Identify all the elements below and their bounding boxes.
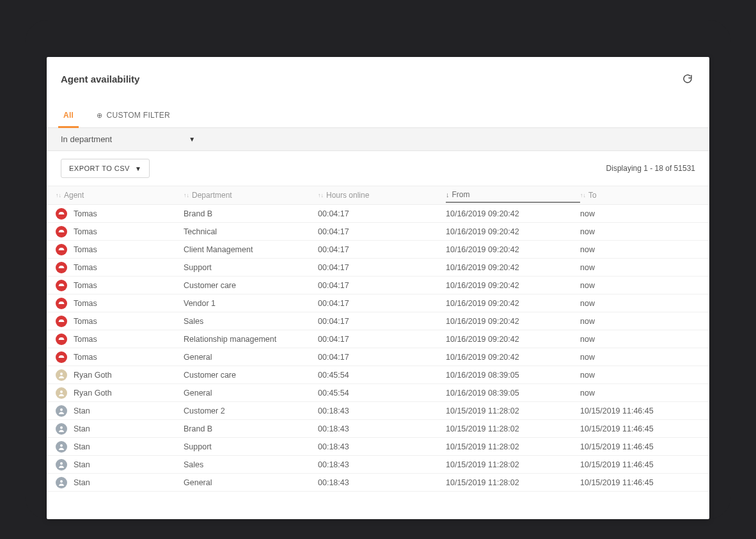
col-from[interactable]: ↓From	[446, 190, 580, 203]
agent-name: Tomas	[74, 281, 97, 290]
table-row[interactable]: StanCustomer 200:18:4310/15/2019 11:28:0…	[47, 402, 709, 420]
agent-name: Tomas	[74, 245, 97, 254]
avatar	[56, 423, 67, 435]
avatar	[56, 226, 67, 237]
department-cell: Relationship management	[184, 335, 318, 344]
table-row[interactable]: TomasGeneral00:04:1710/16/2019 09:20:42n…	[47, 348, 709, 366]
agent-name: Stan	[74, 478, 90, 487]
hours-cell: 00:04:17	[318, 263, 446, 272]
svg-point-10	[60, 390, 63, 393]
table-row[interactable]: TomasSales00:04:1710/16/2019 09:20:42now	[47, 312, 709, 330]
hours-cell: 00:18:43	[318, 442, 446, 451]
agent-cell: Ryan Goth	[56, 387, 184, 399]
tabs: All ⊕ CUSTOM FILTER	[47, 104, 709, 128]
from-cell: 10/16/2019 08:39:05	[446, 389, 580, 398]
table-row[interactable]: TomasClient Management00:04:1710/16/2019…	[47, 241, 709, 259]
col-to[interactable]: ↑↓To	[580, 191, 700, 200]
agent-name: Tomas	[74, 227, 97, 236]
from-cell: 10/16/2019 09:20:42	[446, 245, 580, 254]
sort-icon: ↑↓	[318, 192, 324, 198]
svg-point-12	[60, 426, 63, 429]
col-from-label: From	[452, 190, 470, 199]
avatar	[56, 477, 67, 488]
from-cell: 10/16/2019 09:20:42	[446, 335, 580, 344]
table-row[interactable]: StanSupport00:18:4310/15/2019 11:28:0210…	[47, 438, 709, 456]
sort-icon: ↑↓	[56, 192, 61, 198]
avatar	[56, 262, 67, 273]
export-csv-button[interactable]: EXPORT TO CSV ▼	[61, 159, 150, 178]
agent-name: Stan	[74, 442, 90, 451]
svg-rect-8	[59, 357, 65, 358]
from-cell: 10/16/2019 09:20:42	[446, 227, 580, 236]
department-cell: General	[184, 478, 318, 487]
toolbar: EXPORT TO CSV ▼ Displaying 1 - 18 of 515…	[47, 151, 709, 186]
from-cell: 10/16/2019 09:20:42	[446, 317, 580, 326]
svg-point-9	[60, 373, 63, 375]
agent-cell: Tomas	[56, 208, 184, 220]
table-row[interactable]: TomasVendor 100:04:1710/16/2019 09:20:42…	[47, 294, 709, 312]
table-row[interactable]: StanBrand B00:18:4310/15/2019 11:28:0210…	[47, 420, 709, 438]
svg-rect-2	[59, 250, 65, 250]
agent-name: Ryan Goth	[74, 371, 112, 380]
agent-cell: Tomas	[56, 280, 184, 291]
agent-name: Stan	[74, 460, 90, 469]
to-cell: 10/15/2019 11:46:45	[580, 460, 700, 469]
hours-cell: 00:04:17	[318, 317, 446, 326]
table-row[interactable]: TomasCustomer care00:04:1710/16/2019 09:…	[47, 277, 709, 294]
col-agent[interactable]: ↑↓Agent	[56, 191, 184, 200]
hours-cell: 00:18:43	[318, 424, 446, 433]
table-row[interactable]: StanSales00:18:4310/15/2019 11:28:0210/1…	[47, 456, 709, 474]
department-cell: Vendor 1	[184, 299, 318, 308]
table-body: TomasBrand B00:04:1710/16/2019 09:20:42n…	[47, 205, 709, 492]
agent-cell: Stan	[56, 477, 184, 488]
to-cell: now	[580, 335, 700, 344]
col-hours-label: Hours online	[326, 191, 369, 200]
to-cell: now	[580, 263, 700, 272]
tab-all[interactable]: All	[61, 104, 76, 127]
sort-icon: ↑↓	[580, 192, 586, 198]
to-cell: now	[580, 209, 700, 218]
table-row[interactable]: TomasBrand B00:04:1710/16/2019 09:20:42n…	[47, 205, 709, 223]
tab-custom-label: CUSTOM FILTER	[107, 111, 170, 120]
hours-cell: 00:18:43	[318, 478, 446, 487]
table-row[interactable]: TomasRelationship management00:04:1710/1…	[47, 330, 709, 348]
department-cell: General	[184, 389, 318, 398]
col-department[interactable]: ↑↓Department	[184, 191, 318, 200]
agent-cell: Stan	[56, 459, 184, 471]
department-cell: Support	[184, 442, 318, 451]
from-cell: 10/16/2019 08:39:05	[446, 371, 580, 380]
hours-cell: 00:18:43	[318, 406, 446, 415]
tab-custom-filter[interactable]: ⊕ CUSTOM FILTER	[94, 104, 173, 127]
table-row[interactable]: TomasTechnical00:04:1710/16/2019 09:20:4…	[47, 223, 709, 241]
to-cell: now	[580, 317, 700, 326]
refresh-button[interactable]	[680, 71, 695, 86]
table-row[interactable]: TomasSupport00:04:1710/16/2019 09:20:42n…	[47, 259, 709, 277]
to-cell: now	[580, 299, 700, 308]
col-to-label: To	[588, 191, 597, 200]
hours-cell: 00:18:43	[318, 460, 446, 469]
agent-cell: Tomas	[56, 334, 184, 345]
hours-cell: 00:04:17	[318, 245, 446, 254]
agent-cell: Tomas	[56, 298, 184, 309]
filter-department-select[interactable]: In department ▼	[61, 134, 195, 144]
table-row[interactable]: StanGeneral00:18:4310/15/2019 11:28:0210…	[47, 474, 709, 492]
agent-name: Tomas	[74, 299, 97, 308]
col-hours[interactable]: ↑↓Hours online	[318, 191, 446, 200]
svg-point-15	[60, 480, 63, 483]
pagination-count: Displaying 1 - 18 of 51531	[606, 164, 695, 173]
svg-point-14	[60, 462, 63, 465]
avatar	[56, 387, 67, 399]
agent-name: Tomas	[74, 263, 97, 272]
table-row[interactable]: Ryan GothCustomer care00:45:5410/16/2019…	[47, 366, 709, 384]
agent-name: Stan	[74, 424, 90, 433]
table-row[interactable]: Ryan GothGeneral00:45:5410/16/2019 08:39…	[47, 384, 709, 402]
to-cell: now	[580, 227, 700, 236]
from-cell: 10/16/2019 09:20:42	[446, 299, 580, 308]
hours-cell: 00:04:17	[318, 353, 446, 362]
department-cell: Sales	[184, 317, 318, 326]
chevron-down-icon: ▼	[189, 136, 195, 143]
agent-cell: Stan	[56, 441, 184, 453]
chevron-down-icon: ▼	[135, 165, 141, 172]
to-cell: now	[580, 389, 700, 398]
agent-name: Ryan Goth	[74, 389, 112, 398]
